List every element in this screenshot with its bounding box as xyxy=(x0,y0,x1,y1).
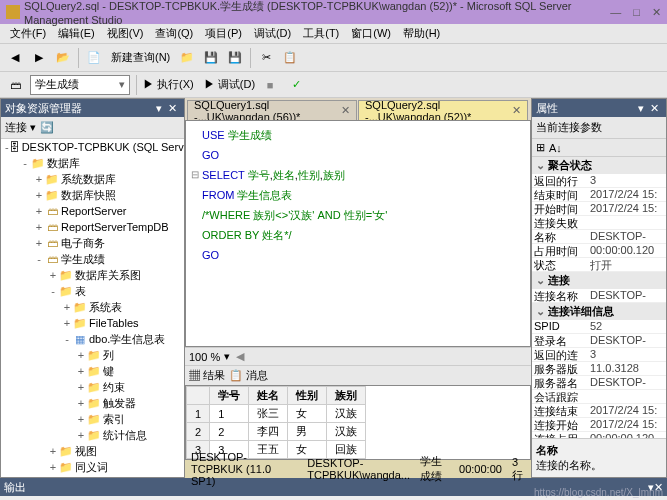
properties-panel: 属性 ▾ ✕ 当前连接参数 ⊞ A↓ 聚合状态返回的行3结束时间2017/2/2… xyxy=(531,98,667,478)
tree-node[interactable]: +📁数据库关系图 xyxy=(1,267,184,283)
tree-node[interactable]: +📁约束 xyxy=(1,379,184,395)
menu-item[interactable]: 帮助(H) xyxy=(397,24,446,43)
cut-icon[interactable]: ✂ xyxy=(255,47,277,69)
tree-node[interactable]: +📁键 xyxy=(1,363,184,379)
save-icon[interactable]: 💾 xyxy=(200,47,222,69)
close-button[interactable]: ✕ xyxy=(652,6,661,19)
sql-editor[interactable]: USE 学生成绩GO⊟SELECT 学号,姓名,性别,族别FROM 学生信息表/… xyxy=(185,120,531,347)
close-icon[interactable]: ✕ xyxy=(341,104,350,117)
tree-node[interactable]: +📁FileTables xyxy=(1,315,184,331)
tree-node[interactable]: -🗃学生成绩 xyxy=(1,251,184,267)
tree-node[interactable]: -📁数据库 xyxy=(1,155,184,171)
debug-button[interactable]: ▶ 调试(D) xyxy=(204,77,255,92)
property-row[interactable]: 连接失败 xyxy=(532,216,666,230)
property-row[interactable]: 会话跟踪 xyxy=(532,390,666,404)
messages-tab[interactable]: 📋 消息 xyxy=(229,368,268,383)
pin-icon[interactable]: ▾ xyxy=(635,102,647,115)
database-combo[interactable]: 学生成绩 xyxy=(30,75,130,95)
tree-node[interactable]: +📁统计信息 xyxy=(1,427,184,443)
property-row[interactable]: 状态打开 xyxy=(532,258,666,272)
property-row[interactable]: 服务器名称DESKTOP-TCP xyxy=(532,376,666,390)
db-icon[interactable]: 🗃 xyxy=(4,74,26,96)
watermark: https://blog.csdn.net/X_lmnm xyxy=(534,487,663,498)
close-panel-icon[interactable]: ✕ xyxy=(165,102,180,115)
tree-node[interactable]: +🗃电子商务 xyxy=(1,235,184,251)
property-category[interactable]: 聚合状态 xyxy=(532,157,666,174)
property-row[interactable]: 名称DESKTOP-TCP xyxy=(532,230,666,244)
property-row[interactable]: 服务器版本11.0.3128 xyxy=(532,362,666,376)
menu-item[interactable]: 窗口(W) xyxy=(345,24,397,43)
menu-item[interactable]: 工具(T) xyxy=(297,24,345,43)
zoom-bar: 100 %▾ ◀ xyxy=(185,347,531,365)
editor-tab[interactable]: SQLQuery2.sql -...UK\wangdan (52))*✕ xyxy=(358,100,528,120)
new-query-button[interactable]: 新建查询(N) xyxy=(107,50,174,65)
minimize-button[interactable]: — xyxy=(610,6,621,19)
property-category[interactable]: 连接 xyxy=(532,272,666,289)
tree-node[interactable]: +🗃ReportServer xyxy=(1,203,184,219)
tree-node[interactable]: +📁同义词 xyxy=(1,459,184,475)
open-file-icon[interactable]: 📁 xyxy=(176,47,198,69)
object-explorer-title: 对象资源管理器 xyxy=(5,101,82,116)
menu-item[interactable]: 编辑(E) xyxy=(52,24,101,43)
object-explorer: 对象资源管理器 ▾ ✕ 连接 ▾ 🔄 -🗄DESKTOP-TCPBKUK (SQ… xyxy=(0,98,185,478)
tree-node[interactable]: -📁表 xyxy=(1,283,184,299)
execute-button[interactable]: ▶ 执行(X) xyxy=(143,77,194,92)
tree-node[interactable]: -▦dbo.学生信息表 xyxy=(1,331,184,347)
property-row[interactable]: 连接名称DESKTOP-TCP xyxy=(532,289,666,303)
properties-list[interactable]: 聚合状态返回的行3结束时间2017/2/24 15:开始时间2017/2/24 … xyxy=(532,157,666,438)
editor-statusbar: DESKTOP-TCPBKUK (11.0 SP1) DESKTOP-TCPBK… xyxy=(185,460,531,478)
refresh-icon[interactable]: 🔄 xyxy=(40,121,54,134)
window-title: SQLQuery2.sql - DESKTOP-TCPBKUK.学生成绩 (DE… xyxy=(24,0,610,26)
connect-dropdown[interactable]: 连接 ▾ xyxy=(5,120,36,135)
tree-node[interactable]: +📁列 xyxy=(1,347,184,363)
copy-icon[interactable]: 📋 xyxy=(279,47,301,69)
close-panel-icon[interactable]: ✕ xyxy=(647,102,662,115)
tree-node[interactable]: +🗃ReportServerTempDB xyxy=(1,219,184,235)
editor-tab[interactable]: SQLQuery1.sql -...UK\wangdan (56))*✕ xyxy=(187,100,357,120)
tree-node[interactable]: +📁视图 xyxy=(1,443,184,459)
forward-icon[interactable]: ▶ xyxy=(28,47,50,69)
menu-item[interactable]: 查询(Q) xyxy=(149,24,199,43)
tree-node[interactable]: +📁数据库快照 xyxy=(1,187,184,203)
query-toolbar: 🗃 学生成绩 ▶ 执行(X) ▶ 调试(D) ■ ✓ xyxy=(0,72,667,98)
window-buttons: — □ ✕ xyxy=(610,6,661,19)
property-row[interactable]: 返回的连3 xyxy=(532,348,666,362)
menubar: 文件(F)编辑(E)视图(V)查询(Q)项目(P)调试(D)工具(T)窗口(W)… xyxy=(0,24,667,44)
menu-item[interactable]: 文件(F) xyxy=(4,24,52,43)
main-toolbar: ◀ ▶ 📂 📄 新建查询(N) 📁 💾 💾 ✂ 📋 xyxy=(0,44,667,72)
property-row[interactable]: SPID52 xyxy=(532,320,666,334)
check-icon[interactable]: ✓ xyxy=(285,74,307,96)
stop-icon[interactable]: ■ xyxy=(259,74,281,96)
tree-node[interactable]: +📁触发器 xyxy=(1,395,184,411)
menu-item[interactable]: 项目(P) xyxy=(199,24,248,43)
results-tab[interactable]: ▦ 结果 xyxy=(189,368,225,383)
pin-icon[interactable]: ▾ xyxy=(153,102,165,115)
tree-node[interactable]: -🗄DESKTOP-TCPBKUK (SQL Server xyxy=(1,139,184,155)
open-icon[interactable]: 📂 xyxy=(52,47,74,69)
property-row[interactable]: 结束时间2017/2/24 15: xyxy=(532,188,666,202)
maximize-button[interactable]: □ xyxy=(633,6,640,19)
categorize-icon[interactable]: ⊞ xyxy=(536,141,545,154)
back-icon[interactable]: ◀ xyxy=(4,47,26,69)
property-row[interactable]: 开始时间2017/2/24 15: xyxy=(532,202,666,216)
editor-area: SQLQuery1.sql -...UK\wangdan (56))*✕SQLQ… xyxy=(185,98,531,478)
property-row[interactable]: 登录名DESKTOP-TCP xyxy=(532,334,666,348)
menu-item[interactable]: 视图(V) xyxy=(101,24,150,43)
save-all-icon[interactable]: 💾 xyxy=(224,47,246,69)
property-category[interactable]: 连接详细信息 xyxy=(532,303,666,320)
results-tabs: ▦ 结果 📋 消息 xyxy=(185,365,531,385)
results-grid[interactable]: 学号姓名性别族别11张三女汉族22李四男汉族33王五女回族 xyxy=(185,385,531,460)
tree-node[interactable]: +📁系统表 xyxy=(1,299,184,315)
new-query-icon[interactable]: 📄 xyxy=(83,47,105,69)
tree-node[interactable]: +📁可编程性 xyxy=(1,475,184,477)
menu-item[interactable]: 调试(D) xyxy=(248,24,297,43)
close-icon[interactable]: ✕ xyxy=(512,104,521,117)
property-row[interactable]: 连接结束2017/2/24 15: xyxy=(532,404,666,418)
property-row[interactable]: 连接开始2017/2/24 15: xyxy=(532,418,666,432)
tree-node[interactable]: +📁索引 xyxy=(1,411,184,427)
property-row[interactable]: 返回的行3 xyxy=(532,174,666,188)
tree-node[interactable]: +📁系统数据库 xyxy=(1,171,184,187)
object-tree[interactable]: -🗄DESKTOP-TCPBKUK (SQL Server-📁数据库+📁系统数据… xyxy=(1,139,184,477)
property-row[interactable]: 占用时间00:00:00.120 xyxy=(532,244,666,258)
sort-icon[interactable]: A↓ xyxy=(549,142,562,154)
